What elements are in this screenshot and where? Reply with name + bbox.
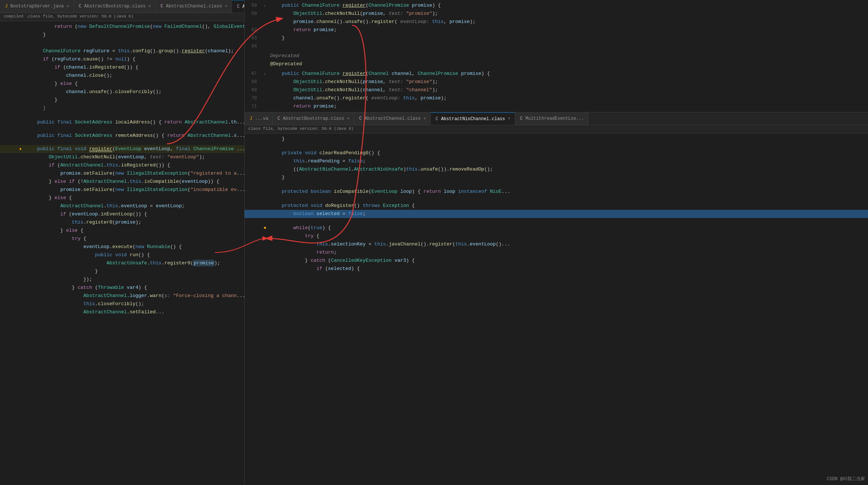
line-code: } bbox=[269, 174, 868, 182]
class-file-icon: C bbox=[77, 4, 83, 9]
line-row bbox=[0, 112, 244, 118]
line-code: ObjectUtil.checkNotNull(eventLoop, text:… bbox=[24, 153, 244, 161]
right-status-bar: class file, bytecode version: 50.0 (Java… bbox=[245, 125, 868, 133]
left-status-bar: compiled .class file, bytecode version: … bbox=[0, 13, 244, 21]
line-row: } bbox=[0, 104, 244, 112]
line-row: 71 return promise; bbox=[245, 102, 868, 110]
tab-close-btn[interactable]: × bbox=[66, 4, 70, 9]
tab-close-btn[interactable]: × bbox=[224, 4, 228, 9]
line-row: 69 ObjectUtil.checkNotNull(channel, text… bbox=[245, 86, 868, 94]
left-code-content: return (new DefaultChannelPromise(new Fa… bbox=[0, 21, 244, 318]
line-row: private void clearReadPending0() { bbox=[245, 149, 868, 157]
line-code: private void clearReadPending0() { bbox=[269, 149, 868, 157]
tab-close-btn[interactable]: × bbox=[507, 116, 511, 121]
line-code: public final SocketAddress remoteAddress… bbox=[24, 132, 244, 140]
line-code: return (new DefaultChannelPromise(new Fa… bbox=[24, 23, 244, 31]
line-code: } bbox=[24, 31, 244, 39]
tab-abstract-channel[interactable]: C AbstractChannel.class × bbox=[156, 0, 232, 13]
tab-multithread-r[interactable]: C MultithreadEventLoo... bbox=[515, 112, 588, 125]
line-row: ChannelFuture regFuture = this.config().… bbox=[0, 47, 244, 55]
line-num: 69 bbox=[245, 86, 261, 94]
line-row: 62 return promise; bbox=[245, 26, 868, 34]
gutter-warn: ● bbox=[261, 224, 269, 232]
line-code: public final SocketAddress localAddress(… bbox=[24, 118, 244, 126]
line-row: ((AbstractNioChannel.AbstractNioUnsafe)t… bbox=[245, 165, 868, 174]
line-code: } bbox=[269, 34, 868, 42]
line-row: } bbox=[0, 31, 244, 39]
line-row: } else { bbox=[0, 194, 244, 202]
line-code: } else { bbox=[24, 194, 244, 202]
line-row bbox=[245, 182, 868, 188]
tab-close-btn[interactable]: × bbox=[423, 116, 427, 121]
line-row: AbstractUnsafe.this.register0(promise); bbox=[0, 259, 244, 267]
line-code: if (selected) { bbox=[269, 265, 868, 273]
line-row: if (regFuture.cause() != null) { bbox=[0, 55, 244, 63]
line-row bbox=[245, 143, 868, 149]
tab-abstract-bootstrap[interactable]: C AbstractBootstrap.class × bbox=[74, 0, 156, 13]
line-code: AbstractChannel.logger.warn(s: "Force-cl… bbox=[24, 292, 244, 300]
line-row: 67 ↓ public ChannelFuture register(Chann… bbox=[245, 70, 868, 78]
line-code: try { bbox=[269, 232, 868, 240]
line-code: protected boolean isCompatible(EventLoop… bbox=[269, 188, 868, 196]
line-code: ((AbstractNioChannel.AbstractNioUnsafe)t… bbox=[269, 165, 868, 174]
class-file-icon: C bbox=[434, 116, 440, 122]
line-row: protected boolean isCompatible(EventLoop… bbox=[245, 188, 868, 196]
tab-abstract-bootstrap-r[interactable]: C AbstractBootstrap.class × bbox=[272, 112, 354, 125]
line-code: AbstractUnsafe.this.register0(promise); bbox=[24, 259, 244, 267]
line-code: ObjectUtil.checkNotNull(promise, text: "… bbox=[269, 10, 868, 18]
line-code: return promise; bbox=[269, 26, 868, 34]
tab-abstract-nio-channel[interactable]: C AbstractNioChannel.class × bbox=[232, 0, 244, 13]
left-panel: J BootstrapServer.java × C AbstractBoots… bbox=[0, 0, 245, 485]
line-code: promise.setFailure(new IllegalStateExcep… bbox=[24, 169, 244, 178]
class-file-icon: C bbox=[519, 116, 524, 121]
java-file-icon: J bbox=[4, 4, 9, 9]
line-num: 62 bbox=[245, 26, 261, 34]
line-row: 63 } bbox=[245, 34, 868, 42]
line-code: eventLoop.execute(new Runnable() { bbox=[24, 243, 244, 251]
tab-java[interactable]: J ...va bbox=[245, 112, 272, 125]
watermark: CSDN @叫我二当家 bbox=[827, 476, 865, 482]
line-code: } bbox=[24, 104, 244, 112]
tab-close-btn[interactable]: × bbox=[148, 4, 152, 9]
line-row bbox=[0, 140, 244, 145]
line-code: AbstractChannel.this.eventLoop = eventLo… bbox=[24, 202, 244, 210]
gutter: ↓ bbox=[261, 70, 269, 78]
line-row: 60 ObjectUtil.checkNotNull(promise, text… bbox=[245, 10, 868, 18]
line-code: channel.unsafe().closeForcibly(); bbox=[24, 88, 244, 96]
line-row: AbstractChannel.setFailed... bbox=[0, 308, 244, 316]
line-code: if (channel.isRegistered()) { bbox=[24, 63, 244, 72]
tab-abstract-nio-r[interactable]: C AbstractNioChannel.class × bbox=[431, 112, 515, 125]
right-top-section: 59 ↓ public ChannelFuture register(Chann… bbox=[245, 0, 868, 112]
line-code: }); bbox=[24, 276, 244, 284]
line-row: } else if (!AbstractChannel.this.isCompa… bbox=[0, 178, 244, 186]
tab-label: AbstractNioChannel.class bbox=[441, 116, 505, 122]
tab-label: MultithreadEventLoo... bbox=[526, 116, 584, 121]
line-code: this.readPending = false; bbox=[269, 157, 868, 165]
line-row: public final SocketAddress remoteAddress… bbox=[0, 132, 244, 140]
line-num: 71 bbox=[245, 102, 261, 110]
line-row: promise.setFailure(new IllegalStateExcep… bbox=[0, 186, 244, 194]
line-row: return (new DefaultChannelPromise(new Fa… bbox=[0, 23, 244, 31]
line-code: public void run() { bbox=[24, 251, 244, 259]
tab-label: AbstractNioChannel.class bbox=[242, 4, 244, 9]
class-file-icon: C bbox=[236, 4, 241, 9]
line-code: Deprecated bbox=[269, 52, 868, 60]
line-row: if (AbstractChannel.this.isRegistered())… bbox=[0, 161, 244, 169]
line-row: 59 ↓ public ChannelFuture register(Chann… bbox=[245, 1, 868, 10]
line-code: if (eventLoop.inEventLoop()) { bbox=[24, 210, 244, 218]
line-row: if (channel.isRegistered()) { bbox=[0, 63, 244, 72]
line-row: return; bbox=[245, 248, 868, 257]
line-num: 60 bbox=[245, 10, 261, 18]
line-code: AbstractChannel.setFailed... bbox=[24, 308, 244, 316]
line-row: 68 ObjectUtil.checkNotNull(promise, text… bbox=[245, 78, 868, 86]
line-row: if (selected) { bbox=[245, 265, 868, 273]
line-code: public ChannelFuture register(ChannelPro… bbox=[269, 1, 868, 10]
line-code: if (regFuture.cause() != null) { bbox=[24, 55, 244, 63]
right-code-content: } private void clearReadPending0() { thi… bbox=[245, 133, 868, 274]
tab-bootstrap-server[interactable]: J BootstrapServer.java × bbox=[0, 0, 74, 13]
tab-abstract-channel-r[interactable]: C AbstractChannel.class × bbox=[354, 112, 431, 125]
tab-close-btn[interactable]: × bbox=[347, 116, 350, 121]
line-row: try { bbox=[245, 232, 868, 240]
line-num: 68 bbox=[245, 78, 261, 86]
line-row: promise.channel().unsafe().register( eve… bbox=[245, 18, 868, 26]
